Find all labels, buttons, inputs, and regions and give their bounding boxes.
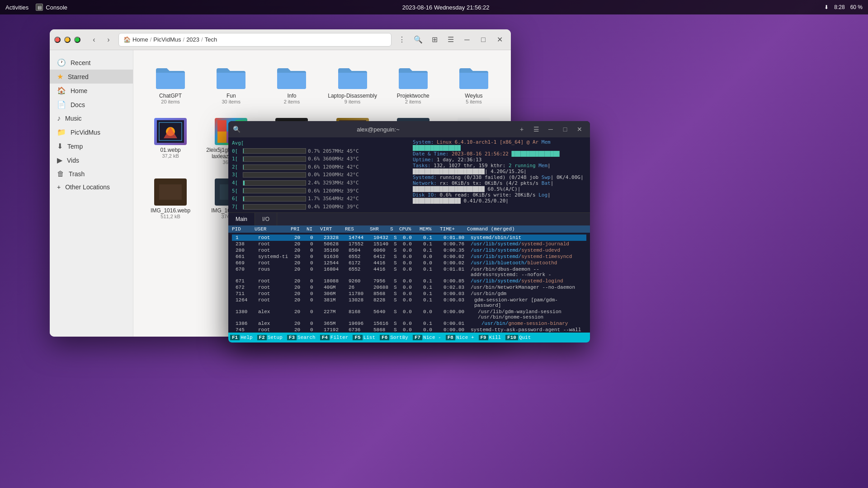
view-toggle-button[interactable]: ⊞ xyxy=(428,33,441,47)
table-row[interactable]: 280root2003516085046060S0.00.10:00.35/us… xyxy=(232,247,586,253)
activities-button[interactable]: Activities xyxy=(5,4,28,11)
htop-tabs: Main I/O xyxy=(228,213,590,225)
forward-button[interactable]: › xyxy=(102,33,115,46)
key-f7[interactable]: F7 xyxy=(413,335,422,340)
breadcrumb-2023[interactable]: 2023 xyxy=(186,36,199,43)
home-icon: 🏠 xyxy=(123,36,131,43)
terminal-title: alex@penguin:~ xyxy=(244,126,512,133)
label-search: Search xyxy=(297,335,316,340)
key-f9[interactable]: F9 xyxy=(479,335,488,340)
terminal-restore-button[interactable]: □ xyxy=(559,123,571,135)
terminal-buttons: + ☰ ─ □ ✕ xyxy=(516,123,585,135)
terminal-close-button[interactable]: ✕ xyxy=(574,123,585,135)
file-img1016[interactable]: IMG_1016.webp 511,2 kB xyxy=(142,174,198,224)
key-f2[interactable]: F2 xyxy=(257,335,267,340)
picvidmus-icon: 📁 xyxy=(57,128,66,136)
label-nice-plus: Nice + xyxy=(456,335,474,340)
list-view-button[interactable]: ☰ xyxy=(444,33,458,47)
folder-fun[interactable]: Fun 30 items xyxy=(203,59,259,109)
table-row[interactable]: 1root200233281474410432S0.00.10:01.80sys… xyxy=(232,235,586,241)
header-res: RES xyxy=(345,226,370,232)
process-list[interactable]: 1root200233281474410432S0.00.10:01.80sys… xyxy=(228,233,590,333)
minimize-button[interactable] xyxy=(64,37,71,43)
home-icon: 🏠 xyxy=(57,86,66,95)
sidebar-label-starred: Starred xyxy=(68,73,89,80)
table-row[interactable]: 1386alex200365M1969615616S0.00.10:00.01/… xyxy=(232,320,586,327)
sidebar-item-home[interactable]: 🏠 Home xyxy=(50,84,133,98)
sidebar-item-picvidmus[interactable]: 📁 PicVidMus xyxy=(50,125,133,139)
sidebar-item-recent[interactable]: 🕐 Recent xyxy=(50,56,133,70)
table-row[interactable]: 672root20040GM2620688S0.00.10:02.83/usr/… xyxy=(232,284,586,291)
key-f5[interactable]: F5 xyxy=(353,335,362,340)
table-row[interactable]: 1380alex200227M81685640S0.00.00:00.00/us… xyxy=(232,309,586,320)
sidebar-item-vids[interactable]: ▶ Vids xyxy=(50,153,133,167)
sidebar-item-temp[interactable]: ⬇ Temp xyxy=(50,139,133,153)
clock: 8:28 xyxy=(834,4,844,10)
folder-chatgpt-name: ChatGPT xyxy=(159,93,182,99)
key-f4[interactable]: F4 xyxy=(320,335,330,340)
folder-laptop-icon xyxy=(336,64,369,91)
navigation-buttons: ‹ › xyxy=(88,33,115,46)
sidebar: 🕐 Recent ★ Starred 🏠 Home 📄 Docs ♪ xyxy=(50,50,133,337)
key-f8[interactable]: F8 xyxy=(446,335,455,340)
key-f10[interactable]: F10 xyxy=(505,335,518,340)
header-pri: PRI xyxy=(291,226,307,232)
key-f3[interactable]: F3 xyxy=(287,335,297,340)
folder-fun-name: Fun xyxy=(226,93,236,99)
minimize-window-button[interactable]: ─ xyxy=(460,33,474,47)
folder-weylus-count: 5 items xyxy=(466,99,481,104)
close-window-button[interactable]: ✕ xyxy=(493,33,506,47)
folder-laptop[interactable]: Laptop-Disassembly 9 items xyxy=(324,59,380,109)
header-virt: VIRT xyxy=(320,226,345,232)
folder-info-icon xyxy=(275,64,308,91)
sidebar-item-docs[interactable]: 📄 Docs xyxy=(50,98,133,112)
tab-main[interactable]: Main xyxy=(228,213,255,225)
key-f6[interactable]: F6 xyxy=(380,335,389,340)
sidebar-item-music[interactable]: ♪ Music xyxy=(50,112,133,125)
table-row[interactable]: 670rous2001680465524416S0.00.10:01.81/us… xyxy=(232,266,586,278)
close-button[interactable] xyxy=(54,37,61,43)
topbar-right: ⬇ 8:28 60 % xyxy=(824,4,863,10)
terminal-new-tab-button[interactable]: + xyxy=(516,123,528,135)
sidebar-label-trash: Trash xyxy=(69,170,85,178)
tab-io[interactable]: I/O xyxy=(255,213,277,225)
file-manager-titlebar: ‹ › 🏠 Home / PicVidMus / 2023 / Tech ⋮ 🔍… xyxy=(50,29,511,50)
terminal-menu-button[interactable]: ☰ xyxy=(530,123,542,135)
label-filter: Filter xyxy=(330,335,349,340)
folder-laptop-count: 9 items xyxy=(344,99,360,104)
folder-chatgpt[interactable]: ChatGPT 20 items xyxy=(142,59,198,109)
breadcrumb[interactable]: 🏠 Home / PicVidMus / 2023 / Tech xyxy=(118,33,392,47)
table-row[interactable]: 1264root200381M130288228S0.00.10:00.03gd… xyxy=(232,297,586,309)
table-row[interactable]: 745root2001719267365868S0.00.00:00.00sys… xyxy=(232,327,586,333)
breadcrumb-tech[interactable]: Tech xyxy=(205,36,217,43)
header-pid: PID xyxy=(232,226,255,232)
folder-info[interactable]: Info 2 items xyxy=(264,59,320,109)
maximize-button[interactable] xyxy=(74,37,80,43)
table-row[interactable]: 671root2001808892607956S0.00.10:00.85/us… xyxy=(232,278,586,284)
table-row[interactable]: 661systemd-ti2009163665526412S0.00.00:00… xyxy=(232,253,586,260)
temp-icon: ⬇ xyxy=(57,142,63,150)
key-f1[interactable]: F1 xyxy=(230,335,240,340)
folder-projektwoche[interactable]: Projektwoche 2 items xyxy=(385,59,441,109)
breadcrumb-home[interactable]: Home xyxy=(132,36,148,43)
restore-window-button[interactable]: □ xyxy=(476,33,490,47)
header-shr: SHR xyxy=(370,226,390,232)
file-01webp[interactable]: 01.webp 37,2 kB xyxy=(142,113,198,169)
sidebar-item-other-locations[interactable]: + Other Locations xyxy=(50,181,133,193)
folder-fun-count: 30 items xyxy=(222,99,241,104)
sidebar-label-docs: Docs xyxy=(71,101,85,108)
table-row[interactable]: 669root2001254461724416S0.00.00:00.02/us… xyxy=(232,260,586,266)
back-button[interactable]: ‹ xyxy=(88,33,100,46)
breadcrumb-picvidmus[interactable]: PicVidMus xyxy=(153,36,181,43)
terminal-minimize-button[interactable]: ─ xyxy=(545,123,557,135)
system-tray[interactable]: ⬇ xyxy=(824,4,829,10)
sidebar-item-starred[interactable]: ★ Starred xyxy=(50,70,133,84)
search-button[interactable]: 🔍 xyxy=(411,33,425,47)
folder-weylus[interactable]: Weylus 5 items xyxy=(446,59,502,109)
table-row[interactable]: 238root200506281755215140S0.00.10:00.76/… xyxy=(232,241,586,247)
console-app[interactable]: ▤ Console xyxy=(36,4,67,11)
more-options-button[interactable]: ⋮ xyxy=(395,33,409,47)
sidebar-item-trash[interactable]: 🗑 Trash xyxy=(50,167,133,181)
sidebar-label-home: Home xyxy=(71,87,87,94)
table-row[interactable]: 711root200306M117808568S0.00.10:00.03/us… xyxy=(232,291,586,297)
